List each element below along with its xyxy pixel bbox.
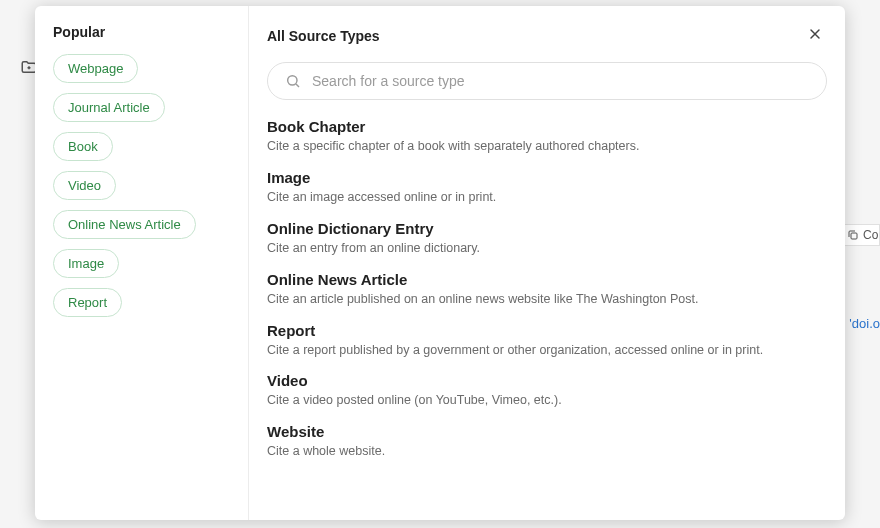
- chip-video[interactable]: Video: [53, 171, 116, 200]
- source-type-list: Book Chapter Cite a specific chapter of …: [267, 118, 827, 460]
- type-online-news-article[interactable]: Online News Article Cite an article publ…: [267, 271, 827, 308]
- search-input[interactable]: [267, 62, 827, 100]
- type-desc: Cite an image accessed online or in prin…: [267, 189, 827, 206]
- search-wrap: [267, 62, 827, 100]
- type-title: Report: [267, 322, 827, 339]
- chip-online-news-article[interactable]: Online News Article: [53, 210, 196, 239]
- main-panel: All Source Types Book Chapter Cite a spe…: [249, 6, 845, 520]
- type-website[interactable]: Website Cite a whole website.: [267, 423, 827, 460]
- chip-webpage[interactable]: Webpage: [53, 54, 138, 83]
- close-icon: [807, 26, 823, 47]
- chip-report[interactable]: Report: [53, 288, 122, 317]
- svg-rect-0: [851, 233, 857, 239]
- type-desc: Cite a report published by a government …: [267, 342, 827, 359]
- bg-copy-text: Co: [863, 228, 878, 242]
- type-report[interactable]: Report Cite a report published by a gove…: [267, 322, 827, 359]
- chip-image[interactable]: Image: [53, 249, 119, 278]
- type-desc: Cite an article published on an online n…: [267, 291, 827, 308]
- type-title: Online Dictionary Entry: [267, 220, 827, 237]
- type-title: Website: [267, 423, 827, 440]
- svg-point-1: [288, 76, 297, 85]
- sidebar-popular: Popular Webpage Journal Article Book Vid…: [35, 6, 249, 520]
- type-desc: Cite a whole website.: [267, 443, 827, 460]
- close-button[interactable]: [803, 24, 827, 48]
- bg-copy-strip: Co: [840, 224, 880, 246]
- popular-chip-list: Webpage Journal Article Book Video Onlin…: [53, 54, 232, 317]
- type-desc: Cite a video posted online (on YouTube, …: [267, 392, 827, 409]
- type-title: Book Chapter: [267, 118, 827, 135]
- type-book-chapter[interactable]: Book Chapter Cite a specific chapter of …: [267, 118, 827, 155]
- svg-line-2: [296, 84, 299, 87]
- source-type-modal: Popular Webpage Journal Article Book Vid…: [35, 6, 845, 520]
- chip-journal-article[interactable]: Journal Article: [53, 93, 165, 122]
- bg-doi-link: 'doi.o: [849, 316, 880, 331]
- type-online-dictionary-entry[interactable]: Online Dictionary Entry Cite an entry fr…: [267, 220, 827, 257]
- type-title: Image: [267, 169, 827, 186]
- type-image[interactable]: Image Cite an image accessed online or i…: [267, 169, 827, 206]
- main-header: All Source Types: [267, 24, 827, 48]
- type-video[interactable]: Video Cite a video posted online (on You…: [267, 372, 827, 409]
- chip-book[interactable]: Book: [53, 132, 113, 161]
- type-desc: Cite a specific chapter of a book with s…: [267, 138, 827, 155]
- type-desc: Cite an entry from an online dictionary.: [267, 240, 827, 257]
- type-title: Online News Article: [267, 271, 827, 288]
- type-title: Video: [267, 372, 827, 389]
- search-icon: [285, 73, 301, 89]
- main-heading: All Source Types: [267, 28, 380, 44]
- sidebar-heading: Popular: [53, 24, 232, 40]
